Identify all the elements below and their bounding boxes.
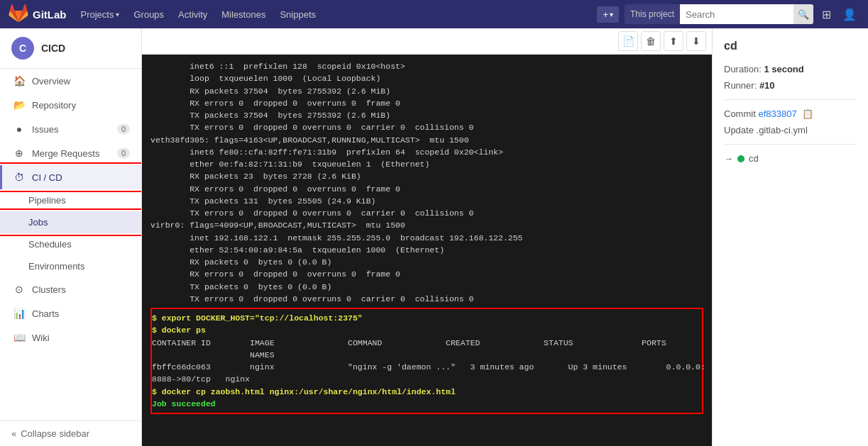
log-line: TX errors 0 dropped 0 overruns 0 carrier… xyxy=(150,121,703,133)
scroll-bottom-icon: ⬇ xyxy=(692,35,701,47)
log-line: inet 192.168.122.1 netmask 255.255.255.0… xyxy=(150,232,703,244)
search-input[interactable] xyxy=(680,4,793,24)
status-dot xyxy=(737,155,745,162)
search-container: This project 🔍 xyxy=(625,4,813,24)
nav-actions: + ▾ This project 🔍 ⊞ 👤 xyxy=(597,4,859,24)
search-icon: 🔍 xyxy=(798,9,809,20)
log-line: ether 52:54:00:a9:84:5a txqueuelen 1000 … xyxy=(150,244,703,256)
merge-requests-icon: ⊕ xyxy=(13,147,25,159)
highlighted-log-line: NAMES xyxy=(152,349,702,361)
top-navigation: GitLab Projects ▾ Groups Activity Milest… xyxy=(0,0,868,28)
log-line: RX errors 0 dropped 0 overruns 0 frame 0 xyxy=(150,97,703,109)
project-name: CICD xyxy=(41,43,65,54)
scroll-top-icon: ⬆ xyxy=(669,35,678,47)
log-line: TX packets 131 bytes 25505 (24.9 KiB) xyxy=(150,195,703,207)
job-status-label: cd xyxy=(749,153,759,164)
sidebar-item-wiki[interactable]: 📖 Wiki xyxy=(0,325,141,350)
clusters-icon: ⊙ xyxy=(13,284,25,295)
chevron-down-icon-plus: ▾ xyxy=(610,11,613,18)
scroll-top-button[interactable]: ⬆ xyxy=(664,31,683,51)
main-layout: C CICD 🏠 Overview 📂 Repository ● Issues … xyxy=(0,28,868,446)
commit-link[interactable]: ef833807 xyxy=(758,108,796,119)
highlighted-log-section: $ export DOCKER_HOST="tcp://localhost:23… xyxy=(150,308,703,414)
nav-snippets[interactable]: Snippets xyxy=(273,0,323,28)
log-line: RX packets 0 bytes 0 (0.0 B) xyxy=(150,256,703,268)
sidebar-subitem-environments[interactable]: Environments xyxy=(0,255,141,277)
charts-icon: 📊 xyxy=(13,308,25,319)
issues-icon: ● xyxy=(13,123,25,135)
log-line: RX errors 0 dropped 0 overruns 0 frame 0 xyxy=(150,268,703,280)
nav-activity[interactable]: Activity xyxy=(171,0,214,28)
merge-requests-badge: 0 xyxy=(117,148,130,158)
job-name: cd xyxy=(724,40,857,52)
log-line: virbr0: flags=4099<UP,BROADCAST,MULTICAS… xyxy=(150,219,703,231)
highlighted-log-line: Job succeeded xyxy=(152,398,702,410)
document-icon: 📄 xyxy=(622,35,634,47)
sidebar-subitem-jobs[interactable]: Jobs xyxy=(0,211,141,233)
new-item-button[interactable]: + ▾ xyxy=(597,6,619,23)
sidebar-item-issues[interactable]: ● Issues 0 xyxy=(0,117,141,141)
highlighted-log-line: fbffc66dc063 nginx "nginx -g 'daemon ...… xyxy=(152,361,702,373)
sidebar-item-clusters[interactable]: ⊙ Clusters xyxy=(0,277,141,301)
sidebar: C CICD 🏠 Overview 📂 Repository ● Issues … xyxy=(0,28,142,446)
search-button[interactable]: 🔍 xyxy=(793,4,813,24)
divider xyxy=(724,99,857,100)
cicd-icon: ⏱ xyxy=(13,172,25,183)
layout-toggle-button[interactable]: ⊞ xyxy=(819,5,834,24)
job-status-row: → cd xyxy=(724,153,857,164)
chevron-down-icon: ▾ xyxy=(116,11,119,18)
log-line: ether 0e:fa:82:71:31:b9 txqueuelen 1 (Et… xyxy=(150,158,703,170)
highlighted-log-line: $ export DOCKER_HOST="tcp://localhost:23… xyxy=(152,312,702,324)
log-line: RX packets 37504 bytes 2755392 (2.6 MiB) xyxy=(150,85,703,97)
user-menu-button[interactable]: 👤 xyxy=(840,5,859,24)
gitlab-wordmark: GitLab xyxy=(33,9,67,21)
home-icon: 🏠 xyxy=(13,75,25,87)
runner-row: Runner: #10 xyxy=(724,80,857,91)
content-area: 📄 🗑 ⬆ ⬇ inet6 ::1 prefixlen 128 scopeid … xyxy=(142,28,712,446)
sidebar-item-merge-requests[interactable]: ⊕ Merge Requests 0 xyxy=(0,141,141,165)
highlighted-log-line: CONTAINER ID IMAGE COMMAND CREATED STATU… xyxy=(152,337,702,349)
log-line: loop txqueuelen 1000 (Local Loopback) xyxy=(150,72,703,84)
highlighted-log-line: $ docker cp zaobsh.html nginx:/usr/share… xyxy=(152,386,702,398)
log-line: inet6 ::1 prefixlen 128 scopeid 0x10<hos… xyxy=(150,60,703,72)
divider2 xyxy=(724,144,857,145)
trash-icon: 🗑 xyxy=(646,35,656,47)
sidebar-subitem-pipelines[interactable]: Pipelines xyxy=(0,189,141,211)
copy-commit-icon[interactable]: 📋 xyxy=(802,108,813,119)
wiki-icon: 📖 xyxy=(13,332,25,343)
avatar: C xyxy=(11,37,34,60)
sidebar-subitem-schedules[interactable]: Schedules xyxy=(0,233,141,255)
raw-log-button[interactable]: 📄 xyxy=(618,31,638,51)
highlighted-log-line: 8888->80/tcp nginx xyxy=(152,373,702,385)
log-output[interactable]: inet6 ::1 prefixlen 128 scopeid 0x10<hos… xyxy=(142,55,712,446)
logo[interactable]: GitLab xyxy=(9,4,67,24)
erase-log-button[interactable]: 🗑 xyxy=(641,31,661,51)
gitlab-logo-icon xyxy=(9,4,28,24)
nav-projects[interactable]: Projects ▾ xyxy=(74,0,127,28)
log-line: veth38fd305: flags=4163<UP,BROADCAST,RUN… xyxy=(150,134,703,146)
nav-milestones[interactable]: Milestones xyxy=(214,0,273,28)
highlighted-log-line: $ docker ps xyxy=(152,324,702,336)
log-line: inet6 fe80::cfa:82ff:fe71:31b9 prefixlen… xyxy=(150,146,703,158)
commit-message: Update .gitlab-ci.yml xyxy=(724,125,857,135)
issues-badge: 0 xyxy=(117,124,130,134)
duration-row: Duration: 1 second xyxy=(724,64,857,74)
log-line: TX errors 0 dropped 0 overruns 0 carrier… xyxy=(150,293,703,305)
collapse-sidebar-button[interactable]: « Collapse sidebar xyxy=(0,420,141,446)
log-toolbar: 📄 🗑 ⬆ ⬇ xyxy=(142,28,712,55)
log-line: TX packets 37504 bytes 2755392 (2.6 MiB) xyxy=(150,109,703,121)
sidebar-item-cicd[interactable]: ⏱ CI / CD xyxy=(0,165,141,189)
log-line: TX errors 0 dropped 0 overruns 0 carrier… xyxy=(150,207,703,219)
sidebar-item-charts[interactable]: 📊 Charts xyxy=(0,301,141,325)
nav-groups[interactable]: Groups xyxy=(126,0,171,28)
sidebar-item-overview[interactable]: 🏠 Overview xyxy=(0,69,141,93)
scroll-bottom-button[interactable]: ⬇ xyxy=(686,31,706,51)
sidebar-item-repository[interactable]: 📂 Repository xyxy=(0,93,141,117)
search-scope-label: This project xyxy=(625,4,680,24)
log-line: RX packets 23 bytes 2728 (2.6 KiB) xyxy=(150,170,703,182)
commit-row: Commit ef833807 📋 xyxy=(724,108,857,119)
project-header: C CICD xyxy=(0,28,141,69)
arrow-right-icon: → xyxy=(724,153,733,164)
right-panel: cd Duration: 1 second Runner: #10 Commit… xyxy=(712,28,868,446)
log-line: TX packets 0 bytes 0 (0.0 B) xyxy=(150,281,703,293)
